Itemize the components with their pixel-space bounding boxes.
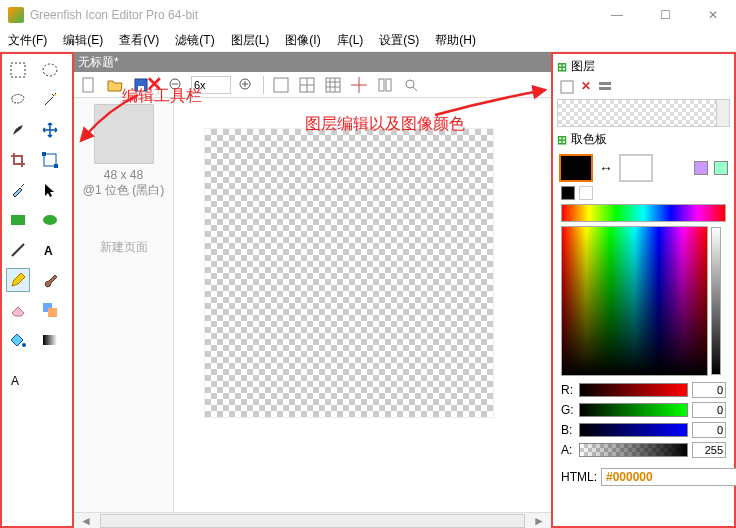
b-label: B: bbox=[561, 423, 575, 437]
reset-colors-icon[interactable] bbox=[561, 186, 575, 200]
title-bar: Greenfish Icon Editor Pro 64-bit — ☐ ✕ bbox=[0, 0, 736, 30]
minimize-button[interactable]: — bbox=[602, 8, 632, 22]
menu-library[interactable]: 库(L) bbox=[333, 30, 368, 51]
h-scrollbar[interactable] bbox=[100, 514, 525, 528]
close-button[interactable]: ✕ bbox=[698, 8, 728, 22]
pointer-tool[interactable] bbox=[38, 178, 62, 202]
lasso-tool[interactable] bbox=[6, 88, 30, 112]
thumb-mode-label: @1 位色 (黑白) bbox=[80, 182, 167, 199]
canvas-area bbox=[174, 98, 551, 528]
svg-rect-4 bbox=[42, 152, 46, 156]
text-tool[interactable]: A bbox=[38, 238, 62, 262]
menu-view[interactable]: 查看(V) bbox=[115, 30, 163, 51]
svg-rect-30 bbox=[379, 79, 384, 91]
magic-wand-tool[interactable] bbox=[38, 88, 62, 112]
fill-tool[interactable] bbox=[6, 328, 30, 352]
text2-tool[interactable]: A bbox=[6, 368, 30, 392]
html-label: HTML: bbox=[561, 470, 597, 484]
move-tool[interactable] bbox=[38, 118, 62, 142]
menu-file[interactable]: 文件(F) bbox=[4, 30, 51, 51]
line-tool[interactable] bbox=[6, 238, 30, 262]
pages-button[interactable] bbox=[374, 74, 396, 96]
eraser-tool[interactable] bbox=[6, 298, 30, 322]
b-slider[interactable] bbox=[579, 423, 688, 437]
page-thumbnail[interactable] bbox=[94, 104, 154, 164]
grid3-button[interactable] bbox=[322, 74, 344, 96]
mini-swatch-2[interactable] bbox=[714, 161, 728, 175]
r-input[interactable] bbox=[692, 382, 726, 398]
search-button[interactable] bbox=[400, 74, 422, 96]
thumbnail-pane: 48 x 48 @1 位色 (黑白) 新建页面 bbox=[74, 98, 174, 528]
document-tab[interactable]: 无标题* bbox=[78, 54, 119, 71]
menu-help[interactable]: 帮助(H) bbox=[431, 30, 480, 51]
background-swatch[interactable] bbox=[619, 154, 653, 182]
zoom-in-button[interactable] bbox=[235, 74, 257, 96]
brush-tool[interactable] bbox=[38, 268, 62, 292]
clone-tool[interactable] bbox=[38, 298, 62, 322]
pen-tool[interactable] bbox=[6, 118, 30, 142]
menu-image[interactable]: 图像(I) bbox=[281, 30, 324, 51]
reset-colors-icon2[interactable] bbox=[579, 186, 593, 200]
svg-rect-15 bbox=[83, 78, 93, 92]
mini-swatch-1[interactable] bbox=[694, 161, 708, 175]
annotation-rightpanel: 图层编辑以及图像颜色 bbox=[305, 114, 465, 135]
menu-settings[interactable]: 设置(S) bbox=[375, 30, 423, 51]
menu-bar: 文件(F) 编辑(E) 查看(V) 滤镜(T) 图层(L) 图像(I) 库(L)… bbox=[0, 30, 736, 52]
expand-icon[interactable]: ⊞ bbox=[557, 133, 567, 147]
palette-header: ⊞ 取色板 bbox=[555, 129, 732, 150]
foreground-swatch[interactable] bbox=[559, 154, 593, 182]
svg-rect-0 bbox=[11, 63, 25, 77]
menu-edit[interactable]: 编辑(E) bbox=[59, 30, 107, 51]
crop-tool[interactable] bbox=[6, 148, 30, 172]
html-color-input[interactable] bbox=[601, 468, 736, 486]
svg-rect-31 bbox=[386, 79, 391, 91]
svg-point-1 bbox=[43, 64, 57, 76]
new-button[interactable] bbox=[78, 74, 100, 96]
transform-tool[interactable] bbox=[38, 148, 62, 172]
r-label: R: bbox=[561, 383, 575, 397]
svg-rect-5 bbox=[54, 164, 58, 168]
grid2-button[interactable] bbox=[296, 74, 318, 96]
svg-rect-13 bbox=[43, 335, 57, 345]
grid1-button[interactable] bbox=[270, 74, 292, 96]
b-input[interactable] bbox=[692, 422, 726, 438]
palette-title: 取色板 bbox=[571, 131, 607, 148]
svg-text:A: A bbox=[44, 244, 53, 258]
ellipse-select-tool[interactable] bbox=[38, 58, 62, 82]
scroll-right-icon[interactable]: ► bbox=[527, 514, 551, 528]
g-slider[interactable] bbox=[579, 403, 688, 417]
layer-new-button[interactable] bbox=[559, 79, 575, 95]
eyedropper-tool[interactable] bbox=[6, 178, 30, 202]
a-label: A: bbox=[561, 443, 575, 457]
hue-slider[interactable] bbox=[561, 204, 726, 222]
g-input[interactable] bbox=[692, 402, 726, 418]
pencil-tool[interactable] bbox=[6, 268, 30, 292]
scroll-left-icon[interactable]: ◄ bbox=[74, 514, 98, 528]
expand-icon[interactable]: ⊞ bbox=[557, 60, 567, 74]
layer-delete-button[interactable]: ✕ bbox=[581, 79, 591, 95]
rect-select-tool[interactable] bbox=[6, 58, 30, 82]
menu-layer[interactable]: 图层(L) bbox=[227, 30, 274, 51]
maximize-button[interactable]: ☐ bbox=[650, 8, 680, 22]
rect-shape-tool[interactable] bbox=[6, 208, 30, 232]
ellipse-shape-tool[interactable] bbox=[38, 208, 62, 232]
r-slider[interactable] bbox=[579, 383, 688, 397]
layer-list[interactable] bbox=[557, 99, 730, 127]
layer-props-button[interactable] bbox=[597, 79, 613, 95]
right-panel: ⊞ 图层 ✕ ⊞ 取色板 ↔ bbox=[551, 52, 736, 528]
a-slider[interactable] bbox=[579, 443, 688, 457]
editing-canvas[interactable] bbox=[204, 128, 494, 418]
gradient-tool[interactable] bbox=[38, 328, 62, 352]
svg-rect-35 bbox=[599, 82, 611, 85]
svg-point-32 bbox=[406, 80, 414, 88]
svg-text:A: A bbox=[11, 374, 19, 388]
svg-rect-6 bbox=[11, 215, 25, 225]
svg-rect-11 bbox=[48, 308, 57, 317]
swap-colors-icon[interactable]: ↔ bbox=[599, 160, 613, 176]
value-slider[interactable] bbox=[711, 227, 721, 375]
new-page-label[interactable]: 新建页面 bbox=[80, 239, 167, 256]
color-field[interactable] bbox=[561, 226, 708, 376]
menu-filter[interactable]: 滤镜(T) bbox=[171, 30, 218, 51]
center-lines-button[interactable] bbox=[348, 74, 370, 96]
a-input[interactable] bbox=[692, 442, 726, 458]
